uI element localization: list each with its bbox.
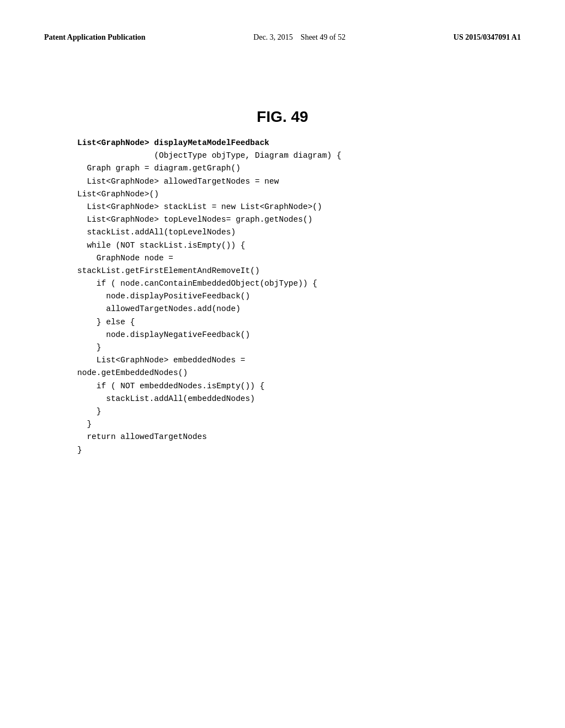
header-publication-label: Patent Application Publication bbox=[44, 33, 146, 42]
header-patent-number: US 2015/0347091 A1 bbox=[454, 33, 521, 42]
header-date: Dec. 3, 2015 Sheet 49 of 52 bbox=[253, 33, 345, 42]
function-signature: List<GraphNode> displayMetaModelFeedback bbox=[77, 138, 269, 147]
page-header: Patent Application Publication Dec. 3, 2… bbox=[44, 33, 521, 42]
code-body: (ObjectType objType, Diagram diagram) { … bbox=[77, 149, 521, 457]
code-block: List<GraphNode> displayMetaModelFeedback bbox=[77, 137, 521, 149]
figure-title: FIG. 49 bbox=[257, 108, 308, 126]
main-content: FIG. 49 List<GraphNode> displayMetaModel… bbox=[44, 108, 521, 457]
page: Patent Application Publication Dec. 3, 2… bbox=[0, 0, 565, 728]
code-section: List<GraphNode> displayMetaModelFeedback… bbox=[44, 137, 521, 457]
